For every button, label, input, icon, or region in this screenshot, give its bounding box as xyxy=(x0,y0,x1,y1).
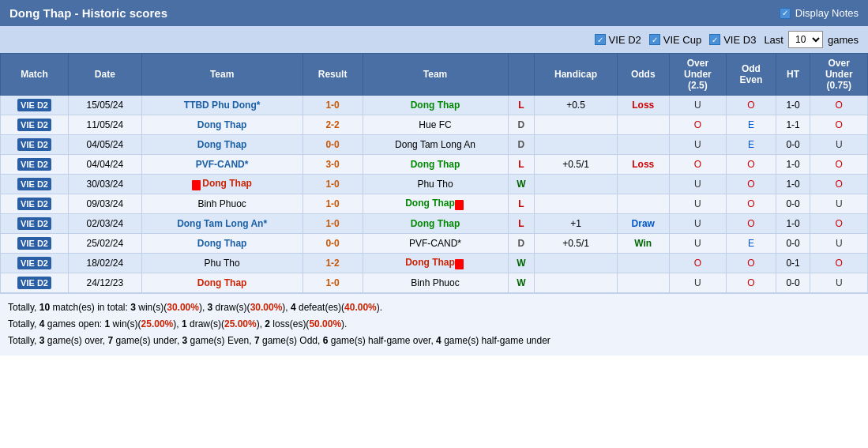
team2-cell: Binh Phuoc xyxy=(363,273,508,293)
vied2-label: VIE D2 xyxy=(609,34,641,46)
league-cell: VIE D2 xyxy=(1,194,69,214)
summary-line2: Totally, 4 games open: 1 win(s)(25.00%),… xyxy=(8,317,860,332)
odds-cell xyxy=(617,254,669,273)
red-card-icon xyxy=(192,180,201,190)
ou075-cell: U xyxy=(810,273,868,293)
filter-viecup[interactable]: ✓ VIE Cup xyxy=(649,34,701,46)
league-badge: VIE D2 xyxy=(17,217,51,230)
odds-cell xyxy=(617,175,669,194)
date-cell: 18/02/24 xyxy=(69,254,141,273)
league-badge: VIE D2 xyxy=(17,277,51,289)
col-team2: Team xyxy=(363,54,508,96)
ht-cell: 0-1 xyxy=(776,254,810,273)
red-card-icon xyxy=(455,259,464,269)
ht-cell: 0-0 xyxy=(776,273,810,293)
last-games-filter: Last 10 20 30 games xyxy=(764,31,859,48)
date-cell: 11/05/24 xyxy=(69,115,141,135)
ou075-cell: O xyxy=(810,214,868,234)
wdl-cell: W xyxy=(508,273,535,293)
ou075-cell: O xyxy=(810,96,868,115)
table-row: VIE D218/02/24Phu Tho1-2Dong Thap WOO0-1… xyxy=(1,254,868,273)
ou25-cell: U xyxy=(669,194,726,214)
table-row: VIE D204/04/24PVF-CAND*3-0Dong ThapL+0.5… xyxy=(1,155,868,175)
vied3-label: VIE D3 xyxy=(723,34,756,46)
table-row: VIE D215/05/24TTBD Phu Dong*1-0Dong Thap… xyxy=(1,96,868,115)
team1-cell: TTBD Phu Dong* xyxy=(141,96,302,115)
oe-cell: O xyxy=(727,194,776,214)
ou25-cell: U xyxy=(669,234,726,254)
table-row: VIE D225/02/24Dong Thap0-0PVF-CAND*D+0.5… xyxy=(1,234,868,254)
team2-cell: Dong Thap xyxy=(363,194,508,214)
ou25-cell: O xyxy=(669,115,726,135)
table-row: VIE D211/05/24Dong Thap2-2Hue FCDOE1-1O xyxy=(1,115,868,135)
league-badge: VIE D2 xyxy=(17,99,51,111)
ou075-cell: O xyxy=(810,175,868,194)
league-badge: VIE D2 xyxy=(17,198,51,210)
date-cell: 09/03/24 xyxy=(69,194,141,214)
ou25-cell: U xyxy=(669,214,726,234)
summary-line3: Totally, 3 game(s) over, 7 game(s) under… xyxy=(8,333,860,348)
wdl-cell: L xyxy=(508,214,535,234)
team2-cell: Phu Tho xyxy=(363,175,508,194)
wdl-cell: L xyxy=(508,194,535,214)
league-badge: VIE D2 xyxy=(17,158,51,171)
league-cell: VIE D2 xyxy=(1,175,69,194)
odds-cell: Win xyxy=(617,234,669,254)
result-cell: 1-0 xyxy=(302,194,363,214)
ou25-cell: U xyxy=(669,135,726,155)
table-row: VIE D230/03/24 Dong Thap1-0Phu ThoWUO1-0… xyxy=(1,175,868,194)
team2-cell: Dong Thap xyxy=(363,96,508,115)
team2-cell: PVF-CAND* xyxy=(363,234,508,254)
odds-cell xyxy=(617,115,669,135)
ou25-cell: U xyxy=(669,96,726,115)
ou25-cell: U xyxy=(669,175,726,194)
league-badge: VIE D2 xyxy=(17,138,51,151)
ou075-cell: O xyxy=(810,155,868,175)
wdl-cell: D xyxy=(508,135,535,155)
result-cell: 1-0 xyxy=(302,273,363,293)
date-cell: 15/05/24 xyxy=(69,96,141,115)
team1-cell: Phu Tho xyxy=(141,254,302,273)
vied2-checkbox[interactable]: ✓ xyxy=(595,34,606,45)
ht-cell: 1-0 xyxy=(776,155,810,175)
vied3-checkbox[interactable]: ✓ xyxy=(709,34,720,45)
odds-cell: Loss xyxy=(617,155,669,175)
table-row: VIE D204/05/24Dong Thap0-0Dong Tam Long … xyxy=(1,135,868,155)
games-select[interactable]: 10 20 30 xyxy=(788,31,823,48)
team1-cell: Dong Thap xyxy=(141,234,302,254)
ht-cell: 0-0 xyxy=(776,234,810,254)
handicap-cell xyxy=(535,273,618,293)
col-ht: HT xyxy=(776,54,810,96)
ht-cell: 1-0 xyxy=(776,175,810,194)
handicap-cell xyxy=(535,254,618,273)
summary-section: Totally, 10 match(es) in total: 3 win(s)… xyxy=(0,293,868,356)
league-cell: VIE D2 xyxy=(1,135,69,155)
ht-cell: 1-0 xyxy=(776,96,810,115)
oe-cell: O xyxy=(727,175,776,194)
league-cell: VIE D2 xyxy=(1,155,69,175)
filter-vied3[interactable]: ✓ VIE D3 xyxy=(709,34,756,46)
team1-cell: PVF-CAND* xyxy=(141,155,302,175)
oe-cell: O xyxy=(727,214,776,234)
result-cell: 0-0 xyxy=(302,234,363,254)
team1-cell: Dong Tam Long An* xyxy=(141,214,302,234)
table-row: VIE D209/03/24Binh Phuoc1-0Dong Thap LUO… xyxy=(1,194,868,214)
filter-vied2[interactable]: ✓ VIE D2 xyxy=(595,34,641,46)
ou075-cell: O xyxy=(810,254,868,273)
league-cell: VIE D2 xyxy=(1,214,69,234)
team2-cell: Hue FC xyxy=(363,115,508,135)
ht-cell: 0-0 xyxy=(776,135,810,155)
result-cell: 1-0 xyxy=(302,96,363,115)
viecup-checkbox[interactable]: ✓ xyxy=(649,34,660,45)
team1-cell: Dong Thap xyxy=(141,135,302,155)
display-notes-checkbox[interactable]: ✓ xyxy=(780,8,791,19)
display-notes-label: Display Notes xyxy=(795,7,859,19)
oe-cell: O xyxy=(727,273,776,293)
league-badge: VIE D2 xyxy=(17,257,51,269)
handicap-cell: +0.5/1 xyxy=(535,155,618,175)
result-cell: 0-0 xyxy=(302,135,363,155)
header: Dong Thap - Historic scores ✓ Display No… xyxy=(0,0,868,26)
col-date: Date xyxy=(69,54,141,96)
oe-cell: O xyxy=(727,155,776,175)
league-cell: VIE D2 xyxy=(1,96,69,115)
